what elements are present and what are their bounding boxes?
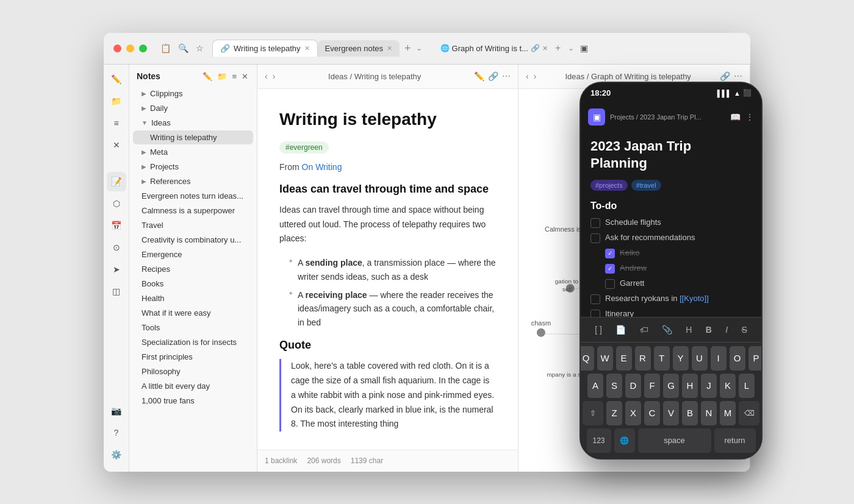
- app-icon[interactable]: ▣: [588, 108, 605, 126]
- key-return[interactable]: return: [714, 428, 756, 453]
- graph-more-icon[interactable]: ⋯: [734, 71, 742, 81]
- sidebar-item-what-easy[interactable]: What if it were easy: [133, 306, 253, 320]
- todo-ask-recommendations[interactable]: Ask for recommendations: [590, 233, 752, 243]
- key-backspace[interactable]: ⌫: [739, 401, 759, 425]
- sidebar-item-little-bit[interactable]: A little bit every day: [133, 379, 253, 393]
- key-L[interactable]: L: [739, 374, 755, 398]
- link-icon[interactable]: 🔗: [488, 71, 498, 81]
- key-D[interactable]: D: [625, 374, 641, 398]
- minimize-button[interactable]: [126, 44, 134, 52]
- close-sidebar-icon[interactable]: ✕: [107, 135, 126, 155]
- sidebar-item-1000-fans[interactable]: 1,000 true fans: [133, 394, 253, 408]
- checkbox-recommendations[interactable]: [590, 233, 600, 243]
- key-N[interactable]: N: [701, 401, 717, 425]
- todo-schedule-flights[interactable]: Schedule flights: [590, 218, 752, 228]
- key-C[interactable]: C: [644, 401, 660, 425]
- heading-icon[interactable]: H: [683, 322, 694, 337]
- new-tab-button[interactable]: +: [400, 42, 416, 55]
- strikethrough-icon[interactable]: S: [739, 322, 749, 337]
- graph-forward-button[interactable]: ›: [534, 71, 537, 81]
- key-123[interactable]: 123: [587, 428, 611, 453]
- key-I[interactable]: I: [711, 346, 727, 371]
- sidebar-item-meta[interactable]: ▶ Meta: [133, 145, 253, 159]
- forward-button[interactable]: ›: [273, 71, 276, 81]
- graph-link-icon[interactable]: 🔗: [720, 71, 730, 81]
- sidebar-item-first-principles[interactable]: First principles: [133, 350, 253, 364]
- phone-book-icon[interactable]: 📖: [730, 112, 741, 122]
- kyoto-link[interactable]: [[Kyoto]]: [680, 294, 709, 303]
- key-O[interactable]: O: [730, 346, 745, 371]
- key-E[interactable]: E: [616, 346, 632, 371]
- sidebar-item-references[interactable]: ▶ References: [133, 174, 253, 188]
- checkbox-itinerary[interactable]: [590, 310, 600, 317]
- key-U[interactable]: U: [692, 346, 708, 371]
- key-J[interactable]: J: [701, 374, 717, 398]
- key-V[interactable]: V: [663, 401, 679, 425]
- maximize-button[interactable]: [139, 44, 147, 52]
- tab-close-icon[interactable]: ✕: [304, 44, 310, 52]
- key-A[interactable]: A: [587, 374, 603, 398]
- second-window-new-tab-btn[interactable]: +: [550, 43, 565, 54]
- todo-keiko[interactable]: ✓ Keiko: [590, 248, 752, 258]
- sidebar-item-calmness[interactable]: Calmness is a superpower: [133, 204, 253, 218]
- new-folder-icon[interactable]: 📁: [216, 71, 228, 82]
- sidebar-item-recipes[interactable]: Recipes: [133, 262, 253, 276]
- todo-itinerary[interactable]: Itinerary: [590, 309, 752, 317]
- search-icon[interactable]: 🔍: [174, 41, 192, 55]
- folder-icon[interactable]: 📁: [107, 91, 126, 111]
- checkbox-research[interactable]: [590, 294, 600, 304]
- key-space[interactable]: space: [638, 428, 711, 453]
- sidebar-item-philosophy[interactable]: Philosophy: [133, 364, 253, 378]
- tag-icon[interactable]: 🏷: [637, 322, 651, 337]
- second-window-toggle-icon[interactable]: ▣: [576, 41, 592, 55]
- sidebar-item-specialization[interactable]: Specialization is for insects: [133, 335, 253, 349]
- key-B[interactable]: B: [682, 401, 698, 425]
- bookmark-icon[interactable]: ☆: [192, 41, 207, 55]
- key-globe[interactable]: 🌐: [614, 428, 635, 453]
- italic-icon[interactable]: I: [723, 322, 730, 337]
- key-X[interactable]: X: [625, 401, 641, 425]
- key-Y[interactable]: Y: [673, 346, 689, 371]
- key-H[interactable]: H: [682, 374, 698, 398]
- phone-tag-projects[interactable]: #projects: [590, 180, 628, 191]
- sidebar-item-daily[interactable]: ▶ Daily: [133, 101, 253, 115]
- graph-icon[interactable]: ⬡: [107, 194, 126, 213]
- checkbox-andrew[interactable]: ✓: [605, 264, 615, 274]
- bold-icon[interactable]: B: [703, 322, 714, 337]
- tab-evergreen[interactable]: Evergreen notes ✕: [318, 40, 400, 57]
- sort-notes-icon[interactable]: ≡: [231, 71, 238, 82]
- help-icon[interactable]: ?: [107, 423, 126, 442]
- phone-more-icon[interactable]: ⋮: [745, 112, 754, 122]
- sidebar-item-emergence[interactable]: Emergence: [133, 247, 253, 261]
- todo-research-ryokans[interactable]: Research ryokans in [[Kyoto]]: [590, 294, 752, 304]
- key-W[interactable]: W: [597, 346, 613, 371]
- file-icon[interactable]: 📄: [613, 322, 628, 337]
- key-Q[interactable]: Q: [581, 346, 594, 371]
- key-M[interactable]: M: [720, 401, 736, 425]
- sidebar-item-projects[interactable]: ▶ Projects: [133, 160, 253, 174]
- sidebar-item-writing-telepathy[interactable]: Writing is telepathy: [133, 130, 253, 144]
- second-window-tab-label[interactable]: Graph of Writing is t...: [452, 44, 528, 53]
- settings-icon[interactable]: ⚙️: [107, 445, 126, 464]
- doc-tag[interactable]: #evergreen: [279, 141, 329, 154]
- archive-icon[interactable]: ◫: [107, 282, 126, 301]
- sort-icon[interactable]: ≡: [107, 113, 126, 133]
- more-icon[interactable]: ⋯: [502, 71, 511, 81]
- key-R[interactable]: R: [635, 346, 651, 371]
- close-notes-icon[interactable]: ✕: [240, 71, 249, 82]
- key-K[interactable]: K: [720, 374, 736, 398]
- tab-chevron-icon[interactable]: ⌄: [416, 44, 422, 52]
- key-Z[interactable]: Z: [606, 401, 622, 425]
- phone-tag-travel[interactable]: #travel: [631, 180, 661, 191]
- sidebar-item-creativity[interactable]: Creativity is combinatory u...: [133, 233, 253, 247]
- tab-evergreen-close-icon[interactable]: ✕: [387, 44, 392, 52]
- from-link[interactable]: On Writing: [302, 162, 342, 172]
- second-window-chevron-icon[interactable]: ⌄: [568, 44, 574, 52]
- key-S[interactable]: S: [606, 374, 622, 398]
- key-G[interactable]: G: [663, 374, 679, 398]
- sidebar-item-tools[interactable]: Tools: [133, 321, 253, 335]
- sidebar-item-health[interactable]: Health: [133, 291, 253, 305]
- key-T[interactable]: T: [654, 346, 670, 371]
- key-P[interactable]: P: [748, 346, 762, 371]
- new-note-icon[interactable]: ✏️: [201, 71, 214, 82]
